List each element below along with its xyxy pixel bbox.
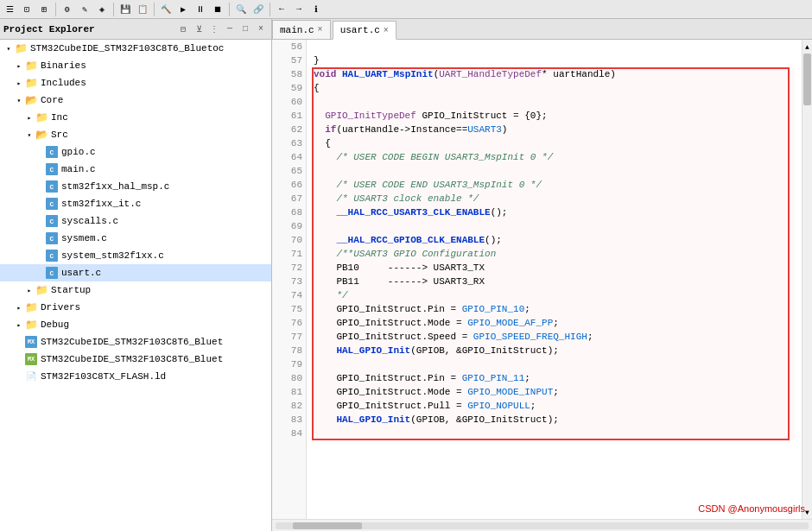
tree-item-core[interactable]: ▾📂Core [0,92,271,109]
scrollbar-track[interactable] [802,54,812,505]
tree-item-usart_c[interactable]: Cusart.c [0,264,271,281]
toolbar-icon-15[interactable]: → [291,2,307,17]
tab-usart_c[interactable]: usart.c× [333,21,396,40]
tree-arrow: ▸ [14,319,24,330]
toolbar-icon-9[interactable]: ▶ [175,2,191,17]
explorer-close-icon[interactable]: × [254,22,268,36]
toolbar-icon-13[interactable]: 🔗 [251,2,266,17]
minimize-icon[interactable]: ─ [223,22,237,36]
line-numbers: 5657585960616263646566676869707172737475… [272,40,307,519]
code-line-77: GPIO_InitStruct.Speed = GPIO_SPEED_FREQ_… [314,330,795,344]
tree-item-debug[interactable]: ▸📁Debug [0,316,271,333]
toolbar-icon-7[interactable]: 📋 [135,2,150,17]
tree-item-stm32f1xx_it_c[interactable]: Cstm32f1xx_it.c [0,195,271,212]
dots-icon[interactable]: ⋮ [207,22,221,36]
toolbar-icon-save[interactable]: 💾 [117,2,133,17]
toolbar-icon-2[interactable]: ⊡ [19,2,35,17]
toolbar-icon-6[interactable]: ◈ [94,2,110,17]
code-line-80: GPIO_InitStruct.Pin = GPIO_PIN_11; [314,371,795,385]
tree-arrow [14,371,24,382]
bottom-bar [272,519,812,531]
tree-item-gpio_c[interactable]: Cgpio.c [0,143,271,161]
line-number-79: 79 [276,357,302,371]
code-line-76: GPIO_InitStruct.Mode = GPIO_MODE_AF_PP; [314,316,795,330]
tree-icon-file_ld: 📄 [24,370,38,383]
tree-label-project: STM32CubeIDE_STM32F103C8T6_Bluetoc [30,43,224,54]
toolbar-sep-2 [113,3,114,16]
tree-icon-file_c: C [45,162,59,176]
toolbar: ☰ ⊡ ⊞ ⚙ ✎ ◈ 💾 📋 🔨 ▶ ⏸ ⏹ 🔍 🔗 ← → ℹ [0,0,812,19]
tab-main_c[interactable]: main.c× [272,20,331,39]
code-line-59: { [314,81,795,95]
explorer-content[interactable]: ▾📁STM32CubeIDE_STM32F103C8T6_Bluetoc▸📁Bi… [0,40,271,531]
code-line-61: GPIO_InitTypeDef GPIO_InitStruct = {0}; [314,109,795,123]
tab-close-main_c[interactable]: × [318,25,323,35]
tree-arrow [35,181,45,192]
code-line-78: HAL_GPIO_Init(GPIOB, &GPIO_InitStruct); [314,344,795,357]
line-number-80: 80 [276,371,302,385]
collapse-all-icon[interactable]: ⊟ [176,22,190,36]
toolbar-icon-3[interactable]: ⊞ [36,2,52,17]
tree-item-stm32f103_bluet1[interactable]: MXSTM32CubeIDE_STM32F103C8T6_Bluet [0,333,271,351]
toolbar-icon-10[interactable]: ⏸ [193,2,208,17]
tab-close-usart_c[interactable]: × [384,26,389,35]
tree-item-binaries[interactable]: ▸📁Binaries [0,57,271,74]
tree-item-sysmem_c[interactable]: Csysmem.c [0,230,271,247]
tree-arrow: ▸ [24,285,35,295]
tree-item-syscalls_c[interactable]: Csyscalls.c [0,212,271,230]
line-number-65: 65 [276,164,302,178]
toolbar-icon-11[interactable]: ⏹ [210,2,225,17]
tree-label-binaries: Binaries [41,60,86,71]
tree-icon-stm_file: MX [24,335,38,349]
filter-icon[interactable]: ⊻ [192,22,206,36]
toolbar-icon-14[interactable]: ← [274,2,289,17]
tree-arrow [35,147,45,157]
toolbar-icon-16[interactable]: ℹ [308,2,324,17]
toolbar-icon-1[interactable]: ☰ [2,2,17,17]
code-line-56 [314,40,795,54]
tree-item-system_stm32f1xx_c[interactable]: Csystem_stm32f1xx.c [0,247,271,264]
tree-item-project[interactable]: ▾📁STM32CubeIDE_STM32F103C8T6_Bluetoc [0,40,271,57]
toolbar-icon-5[interactable]: ✎ [77,2,92,17]
tree-item-stm32f103_bluet2[interactable]: MXSTM32CubeIDE_STM32F103C8T6_Bluet [0,351,271,368]
bottom-scrollbar-thumb[interactable] [293,522,362,529]
tree-label-core: Core [41,95,63,105]
tree-icon-folder: 📁 [24,59,38,73]
line-number-64: 64 [276,150,302,164]
tree-item-drivers[interactable]: ▸📁Drivers [0,299,271,316]
scrollbar-up-button[interactable]: ▲ [802,40,812,54]
line-number-58: 58 [276,67,302,81]
toolbar-icon-12[interactable]: 🔍 [233,2,249,17]
tree-arrow: ▸ [14,302,24,313]
tree-item-stm32f103_flash_ld[interactable]: 📄STM32F103C8TX_FLASH.ld [0,368,271,385]
code-body: 5657585960616263646566676869707172737475… [272,40,812,519]
line-number-56: 56 [276,40,302,54]
code-scroll[interactable]: 5657585960616263646566676869707172737475… [272,40,802,519]
right-scrollbar[interactable]: ▲ ▼ [802,40,812,519]
tree-icon-file_c: C [45,214,59,228]
tree-item-main_c[interactable]: Cmain.c [0,161,271,178]
tree-item-includes[interactable]: ▸📁Includes [0,74,271,92]
tree-label-stm32f103_flash_ld: STM32F103C8TX_FLASH.ld [41,371,166,382]
toolbar-icon-4[interactable]: ⚙ [60,2,75,17]
code-line-60 [314,95,795,109]
tree-arrow [35,233,45,243]
explorer-header: Project Explorer ⊟ ⊻ ⋮ ─ □ × [0,19,271,40]
tree-label-system_stm32f1xx_c: system_stm32f1xx.c [61,250,164,261]
bottom-scrollbar-track[interactable] [276,522,809,529]
maximize-icon[interactable]: □ [238,22,252,36]
toolbar-icon-8[interactable]: 🔨 [158,2,174,17]
tree-item-stm32f1xx_hal_msp_c[interactable]: Cstm32f1xx_hal_msp.c [0,178,271,195]
tree-icon-file_c: C [45,266,59,280]
code-line-69 [314,219,795,233]
toolbar-sep-1 [55,3,56,16]
tree-item-inc[interactable]: ▸📁Inc [0,109,271,126]
tab-label-main_c: main.c [280,25,314,35]
scrollbar-thumb[interactable] [803,54,811,105]
line-number-71: 71 [276,247,302,261]
tree-item-startup[interactable]: ▸📁Startup [0,281,271,299]
tree-item-src[interactable]: ▾📂Src [0,126,271,143]
line-number-57: 57 [276,54,302,67]
code-line-79 [314,357,795,371]
tree-arrow [35,164,45,174]
